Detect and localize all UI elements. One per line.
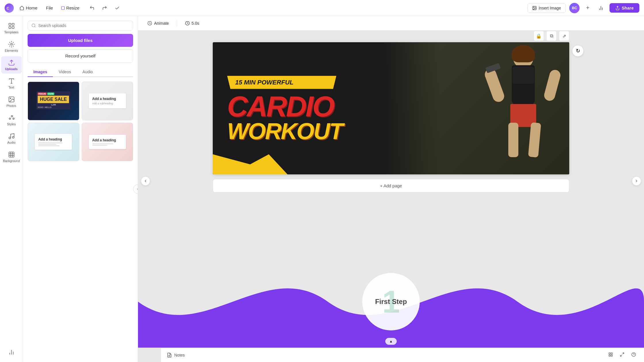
share-label: Share (622, 5, 634, 10)
scroll-up-button[interactable]: ▲ (385, 338, 397, 345)
bottom-decoration: 1 First Step (138, 256, 644, 348)
svg-rect-36 (611, 355, 612, 356)
design-canvas[interactable]: 15 MIN POWERFUL CARDIO WORKOUT (213, 42, 569, 174)
page-nav-prev[interactable] (141, 176, 150, 186)
record-yourself-button[interactable]: Record yourself (28, 49, 133, 63)
sidebar-item-styles-label: Styles (7, 122, 16, 126)
search-input[interactable] (38, 23, 129, 28)
sidebar-item-text-label: Text (8, 86, 14, 89)
share-button[interactable]: Share (610, 3, 639, 13)
tab-audio[interactable]: Audio (77, 67, 99, 77)
sidebar-item-audio-label: Audio (7, 141, 15, 144)
animate-label: Animate (154, 21, 169, 26)
workout-title: WORKOUT (227, 122, 405, 141)
upload-thumb-1[interactable]: FEELIN CUTE HUGE SALE 1,286 XOXO HELLO (28, 82, 79, 120)
svg-point-18 (11, 115, 13, 117)
sidebar-item-elements[interactable]: Elements (1, 38, 22, 55)
svg-rect-9 (12, 23, 14, 25)
svg-point-12 (11, 43, 12, 45)
svg-point-22 (12, 136, 14, 138)
sidebar-item-text[interactable]: Text (1, 75, 22, 92)
topbar: C Home File Resize Insert Image BC (0, 0, 644, 16)
sidebar-item-styles[interactable]: Styles (1, 111, 22, 129)
notes-icon (167, 353, 172, 358)
help-button[interactable] (629, 351, 638, 359)
redo-button[interactable] (99, 3, 110, 13)
sidebar-item-background[interactable]: Background (1, 148, 22, 165)
cardio-title: CARDIO (227, 94, 405, 119)
svg-line-38 (620, 355, 622, 356)
search-icon (31, 23, 36, 28)
frame-copy-button[interactable]: ⧉ (546, 31, 557, 41)
file-button[interactable]: File (43, 4, 56, 12)
resize-button[interactable]: Resize (58, 4, 82, 12)
insert-image-button[interactable]: Insert Image (527, 3, 566, 13)
home-label: Home (26, 5, 37, 10)
grid-view-button[interactable] (606, 351, 615, 359)
notes-bar: Notes (161, 348, 644, 362)
workout-content: 15 MIN POWERFUL CARDIO WORKOUT (213, 42, 419, 174)
frame-lock-button[interactable]: 🔒 (534, 31, 544, 41)
upload-thumb-4[interactable]: Add a heading (82, 123, 133, 161)
sidebar-item-background-label: Background (3, 159, 20, 163)
sidebar-item-audio[interactable]: Audio (1, 130, 22, 147)
svg-rect-10 (9, 26, 11, 28)
user-avatar[interactable]: BC (569, 3, 580, 13)
workout-background: 15 MIN POWERFUL CARDIO WORKOUT (213, 42, 569, 174)
sidebar-item-templates-label: Templates (4, 30, 18, 34)
upload-tabs: Images Videos Audio (28, 67, 133, 77)
analytics-button[interactable] (596, 3, 606, 13)
step-text: First Step (375, 298, 407, 306)
sidebar-item-uploads[interactable]: Uploads (1, 56, 22, 74)
sidebar-item-stats[interactable] (1, 346, 22, 359)
main-layout: Templates Elements Uploads Text Photos S… (0, 16, 644, 362)
sidebar-icons: Templates Elements Uploads Text Photos S… (0, 16, 23, 362)
topbar-left: C Home File Resize (5, 3, 82, 13)
sidebar-item-photos-label: Photos (6, 104, 16, 107)
file-label: File (46, 5, 53, 10)
animate-button[interactable]: Animate (144, 19, 172, 28)
resize-label: Resize (66, 5, 79, 10)
insert-image-label: Insert Image (538, 6, 561, 10)
upload-files-button[interactable]: Upload files (28, 34, 133, 47)
svg-line-28 (34, 26, 35, 27)
add-page-button[interactable]: + Add page (213, 179, 569, 192)
svg-rect-23 (9, 152, 14, 157)
svg-point-27 (32, 24, 35, 27)
refresh-button[interactable]: ↻ (572, 45, 584, 57)
svg-point-3 (534, 7, 534, 7)
tab-videos[interactable]: Videos (53, 67, 77, 77)
add-collaborator-button[interactable]: + (583, 3, 592, 13)
toolbar-divider (177, 20, 177, 27)
home-button[interactable]: Home (16, 4, 41, 12)
canva-logo: C (5, 3, 14, 13)
svg-point-21 (9, 137, 11, 139)
canvas-toolbar: Animate 5.0s (138, 16, 644, 31)
uploads-grid: FEELIN CUTE HUGE SALE 1,286 XOXO HELLO (28, 82, 133, 161)
notes-label: Notes (174, 353, 185, 357)
sidebar-item-uploads-label: Uploads (5, 67, 18, 71)
svg-point-19 (13, 118, 14, 120)
tag-banner: 15 MIN POWERFUL (227, 76, 336, 89)
sidebar-item-templates[interactable]: Templates (1, 20, 22, 37)
cloud-save-button[interactable] (112, 3, 122, 13)
hide-panel-button[interactable] (133, 184, 138, 194)
svg-line-37 (622, 353, 624, 354)
upload-thumb-2[interactable]: Add a heading Add a subheading (82, 82, 133, 120)
topbar-right: Insert Image BC + Share (527, 3, 639, 13)
svg-rect-33 (609, 353, 610, 354)
step-circle: 1 First Step (362, 273, 420, 330)
svg-rect-8 (9, 23, 11, 25)
svg-rect-1 (62, 6, 65, 9)
sidebar-item-photos[interactable]: Photos (1, 93, 22, 110)
svg-rect-35 (609, 355, 610, 356)
undo-button[interactable] (87, 3, 97, 13)
page-nav-next[interactable] (632, 176, 641, 186)
svg-text:C: C (7, 6, 9, 10)
duration-button[interactable]: 5.0s (182, 19, 202, 27)
tab-images[interactable]: Images (28, 67, 53, 77)
frame-share-button[interactable]: ⇗ (559, 31, 569, 41)
expand-button[interactable] (618, 351, 627, 359)
upload-thumb-3[interactable]: Add a heading (28, 123, 79, 161)
canvas-frame-wrapper: 🔒 ⧉ ⇗ (213, 42, 569, 174)
